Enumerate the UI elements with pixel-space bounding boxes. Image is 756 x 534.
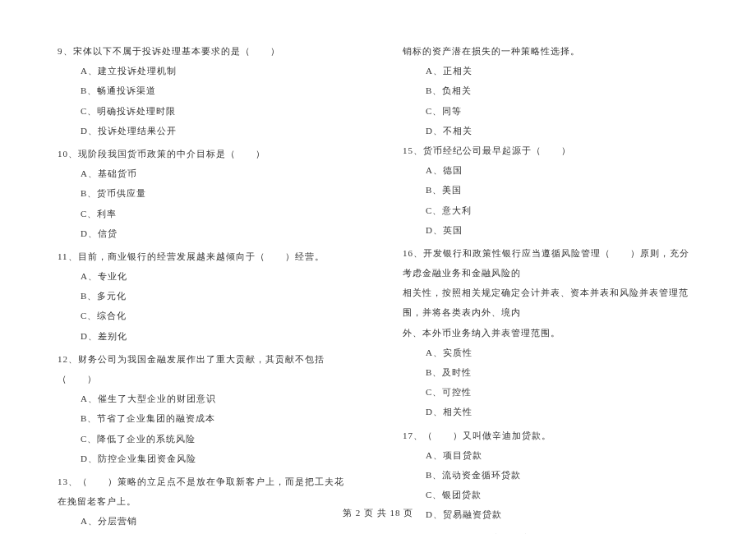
option-c: C、同等 xyxy=(426,101,698,121)
option-d: D、信贷 xyxy=(81,223,353,243)
question-text: 15、货币经纪公司最早起源于（ ） xyxy=(403,140,698,160)
document-page: 9、宋体以下不属于投诉处理基本要求的是（ ） A、建立投诉处理机制 B、畅通投诉… xyxy=(0,0,756,534)
question-15: 15、货币经纪公司最早起源于（ ） A、德国 B、美国 C、意大利 D、英国 xyxy=(403,140,698,240)
question-options: A、德国 B、美国 C、意大利 D、英国 xyxy=(403,160,698,240)
option-c: C、降低了企业的系统风险 xyxy=(81,429,353,449)
question-text: 16、开发银行和政策性银行应当遵循风险管理（ ）原则，充分考虑金融业务和金融风险… xyxy=(403,243,698,283)
option-a: A、德国 xyxy=(426,160,698,180)
question-13: 13、（ ）策略的立足点不是放在争取新客户上，而是把工夫花在挽留老客户上。 A、… xyxy=(58,472,353,534)
option-b: B、货币供应量 xyxy=(81,183,353,203)
question-9: 9、宋体以下不属于投诉处理基本要求的是（ ） A、建立投诉处理机制 B、畅通投诉… xyxy=(58,41,353,140)
option-b: B、节省了企业集团的融资成本 xyxy=(81,408,353,428)
option-c: C、意大利 xyxy=(426,200,698,220)
question-text: 13、（ ）策略的立足点不是放在争取新客户上，而是把工夫花在挽留老客户上。 xyxy=(58,472,353,511)
option-b: B、美国 xyxy=(426,180,698,200)
option-a: A、专业化 xyxy=(81,266,353,286)
question-options: A、建立投诉处理机制 B、畅通投诉渠道 C、明确投诉处理时限 D、投诉处理结果公… xyxy=(58,61,353,140)
question-10: 10、现阶段我国货币政策的中介目标是（ ） A、基础货币 B、货币供应量 C、利… xyxy=(58,144,353,243)
question-11: 11、目前，商业银行的经营发展越来越倾向于（ ）经营。 A、专业化 B、多元化 … xyxy=(58,246,353,346)
option-d: D、防控企业集团资金风险 xyxy=(81,449,353,468)
option-d: D、英国 xyxy=(426,220,698,240)
question-options: A、催生了大型企业的财团意识 B、节省了企业集团的融资成本 C、降低了企业的系统… xyxy=(58,389,353,468)
option-b: B、交叉营销 xyxy=(81,532,353,535)
question-16: 16、开发银行和政策性银行应当遵循风险管理（ ）原则，充分考虑金融业务和金融风险… xyxy=(403,243,698,422)
option-d: D、差别化 xyxy=(81,326,353,346)
option-b: B、多元化 xyxy=(81,286,353,306)
question-14-continuation: 销标的资产潜在损失的一种策略性选择。 xyxy=(403,41,698,61)
question-text: 18、（ ）是金融市场最主要、最基本的功能。 xyxy=(403,528,698,535)
option-d: D、不相关 xyxy=(426,121,698,140)
question-text: 10、现阶段我国货币政策的中介目标是（ ） xyxy=(58,144,353,163)
option-c: C、利率 xyxy=(81,204,353,223)
option-b: B、及时性 xyxy=(426,362,698,382)
option-a: A、催生了大型企业的财团意识 xyxy=(81,389,353,408)
question-12: 12、财务公司为我国金融发展作出了重大贡献，其贡献不包括（ ） A、催生了大型企… xyxy=(58,349,353,468)
question-text-line3: 外、本外币业务纳入并表管理范围。 xyxy=(403,323,698,343)
option-d: D、相关性 xyxy=(426,402,698,421)
option-c: C、银团贷款 xyxy=(426,485,698,504)
option-b: B、流动资金循环贷款 xyxy=(426,465,698,485)
option-a: A、建立投诉处理机制 xyxy=(81,61,353,81)
option-c: C、可控性 xyxy=(426,382,698,402)
question-text: 12、财务公司为我国金融发展作出了重大贡献，其贡献不包括（ ） xyxy=(58,349,353,389)
option-c: C、综合化 xyxy=(81,306,353,325)
option-c: C、明确投诉处理时限 xyxy=(81,101,353,121)
option-a: A、项目贷款 xyxy=(426,445,698,465)
option-b: B、畅通投诉渠道 xyxy=(81,81,353,100)
question-14-options: A、正相关 B、负相关 C、同等 D、不相关 xyxy=(403,61,698,140)
left-column: 9、宋体以下不属于投诉处理基本要求的是（ ） A、建立投诉处理机制 B、畅通投诉… xyxy=(58,41,353,534)
option-a: A、基础货币 xyxy=(81,163,353,183)
option-d: D、投诉处理结果公开 xyxy=(81,121,353,140)
question-options: A、实质性 B、及时性 C、可控性 D、相关性 xyxy=(403,343,698,422)
page-footer: 第 2 页 共 18 页 xyxy=(0,507,756,519)
option-a: A、实质性 xyxy=(426,343,698,362)
question-text: 11、目前，商业银行的经营发展越来越倾向于（ ）经营。 xyxy=(58,246,353,266)
option-b: B、负相关 xyxy=(426,81,698,100)
question-text-line2: 相关性，按照相关规定确定会计并表、资本并表和风险并表管理范围，并将各类表内外、境… xyxy=(403,283,698,322)
question-18: 18、（ ）是金融市场最主要、最基本的功能。 A、货币资金融通功能 B、优化资源… xyxy=(403,528,698,535)
question-options: A、专业化 B、多元化 C、综合化 D、差别化 xyxy=(58,266,353,346)
question-text: 9、宋体以下不属于投诉处理基本要求的是（ ） xyxy=(58,41,353,61)
question-options: A、基础货币 B、货币供应量 C、利率 D、信贷 xyxy=(58,163,353,243)
option-a: A、正相关 xyxy=(426,61,698,81)
question-text: 17、（ ）又叫做辛迪加贷款。 xyxy=(403,426,698,445)
right-column: 销标的资产潜在损失的一种策略性选择。 A、正相关 B、负相关 C、同等 D、不相… xyxy=(403,41,698,534)
